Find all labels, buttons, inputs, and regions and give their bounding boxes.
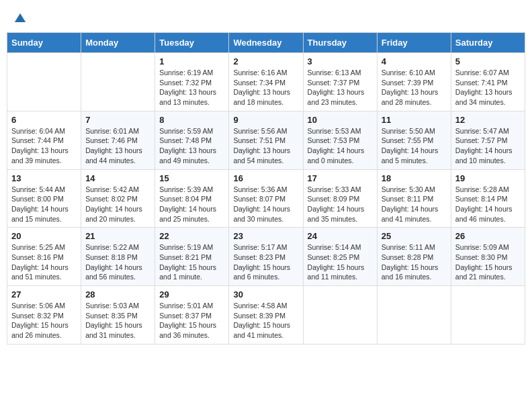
calendar-week-row: 13Sunrise: 5:44 AM Sunset: 8:00 PM Dayli… [7,169,525,228]
day-number: 7 [85,115,150,125]
day-number: 23 [233,231,298,241]
calendar-week-row: 20Sunrise: 5:25 AM Sunset: 8:16 PM Dayli… [7,228,525,286]
day-info: Sunrise: 6:01 AM Sunset: 7:46 PM Dayligh… [85,126,150,166]
day-info: Sunrise: 5:11 AM Sunset: 8:28 PM Dayligh… [382,242,447,282]
day-info: Sunrise: 5:03 AM Sunset: 8:35 PM Dayligh… [85,301,150,340]
day-info: Sunrise: 6:07 AM Sunset: 7:41 PM Dayligh… [455,68,521,107]
calendar-cell: 12Sunrise: 5:47 AM Sunset: 7:57 PM Dayli… [451,111,525,169]
calendar-cell: 18Sunrise: 5:30 AM Sunset: 8:11 PM Dayli… [377,169,451,228]
calendar-table: SundayMondayTuesdayWednesdayThursdayFrid… [7,32,525,345]
day-info: Sunrise: 5:47 AM Sunset: 7:57 PM Dayligh… [455,126,521,166]
day-info: Sunrise: 5:28 AM Sunset: 8:14 PM Dayligh… [455,185,521,224]
day-info: Sunrise: 5:25 AM Sunset: 8:16 PM Dayligh… [11,242,77,282]
calendar-cell: 21Sunrise: 5:22 AM Sunset: 8:18 PM Dayli… [81,228,155,286]
calendar-cell: 6Sunrise: 6:04 AM Sunset: 7:44 PM Daylig… [7,111,81,169]
day-info: Sunrise: 5:39 AM Sunset: 8:04 PM Dayligh… [159,185,224,224]
day-number: 28 [85,289,150,300]
calendar-cell: 19Sunrise: 5:28 AM Sunset: 8:14 PM Dayli… [451,169,525,228]
day-number: 17 [308,173,373,183]
calendar-cell: 25Sunrise: 5:11 AM Sunset: 8:28 PM Dayli… [377,228,451,286]
day-number: 26 [455,231,521,241]
calendar-week-row: 27Sunrise: 5:06 AM Sunset: 8:32 PM Dayli… [7,286,525,345]
day-info: Sunrise: 6:13 AM Sunset: 7:37 PM Dayligh… [308,68,373,107]
calendar-cell: 1Sunrise: 6:19 AM Sunset: 7:32 PM Daylig… [155,53,229,111]
calendar-header-row: SundayMondayTuesdayWednesdayThursdayFrid… [7,33,525,53]
calendar-cell: 20Sunrise: 5:25 AM Sunset: 8:16 PM Dayli… [7,228,81,286]
day-number: 13 [11,173,77,183]
day-info: Sunrise: 5:06 AM Sunset: 8:32 PM Dayligh… [11,301,77,340]
day-number: 4 [382,56,447,66]
calendar-cell: 22Sunrise: 5:19 AM Sunset: 8:21 PM Dayli… [155,228,229,286]
calendar-cell [451,286,525,345]
calendar-week-row: 1Sunrise: 6:19 AM Sunset: 7:32 PM Daylig… [7,53,525,111]
day-info: Sunrise: 5:53 AM Sunset: 7:53 PM Dayligh… [308,126,373,166]
calendar-cell: 26Sunrise: 5:09 AM Sunset: 8:30 PM Dayli… [451,228,525,286]
day-info: Sunrise: 5:22 AM Sunset: 8:18 PM Dayligh… [85,242,150,282]
day-info: Sunrise: 5:14 AM Sunset: 8:25 PM Dayligh… [308,242,373,282]
day-number: 29 [159,289,224,300]
col-header-sunday: Sunday [7,33,81,53]
day-number: 27 [11,289,77,300]
calendar-week-row: 6Sunrise: 6:04 AM Sunset: 7:44 PM Daylig… [7,111,525,169]
calendar-cell: 10Sunrise: 5:53 AM Sunset: 7:53 PM Dayli… [303,111,377,169]
day-number: 5 [455,56,521,66]
day-number: 3 [308,56,373,66]
col-header-saturday: Saturday [451,33,525,53]
day-number: 11 [382,115,447,125]
day-number: 25 [382,231,447,241]
calendar-cell [303,286,377,345]
day-info: Sunrise: 5:59 AM Sunset: 7:48 PM Dayligh… [159,126,224,166]
day-info: Sunrise: 5:33 AM Sunset: 8:09 PM Dayligh… [308,185,373,224]
calendar-cell: 4Sunrise: 6:10 AM Sunset: 7:39 PM Daylig… [377,53,451,111]
calendar-cell: 14Sunrise: 5:42 AM Sunset: 8:02 PM Dayli… [81,169,155,228]
day-info: Sunrise: 5:19 AM Sunset: 8:21 PM Dayligh… [159,242,224,282]
day-info: Sunrise: 4:58 AM Sunset: 8:39 PM Dayligh… [233,301,298,340]
calendar-cell: 24Sunrise: 5:14 AM Sunset: 8:25 PM Dayli… [303,228,377,286]
day-number: 22 [159,231,224,241]
calendar-cell [377,286,451,345]
day-number: 15 [159,173,224,183]
calendar-cell [81,53,155,111]
day-number: 18 [382,173,447,183]
day-number: 19 [455,173,521,183]
day-number: 16 [233,173,298,183]
calendar-cell: 7Sunrise: 6:01 AM Sunset: 7:46 PM Daylig… [81,111,155,169]
calendar-cell: 30Sunrise: 4:58 AM Sunset: 8:39 PM Dayli… [229,286,303,345]
day-info: Sunrise: 5:50 AM Sunset: 7:55 PM Dayligh… [382,126,447,166]
logo [13,12,30,26]
day-number: 20 [11,231,77,241]
day-number: 12 [455,115,521,125]
calendar-cell: 16Sunrise: 5:36 AM Sunset: 8:07 PM Dayli… [229,169,303,228]
col-header-tuesday: Tuesday [155,33,229,53]
day-info: Sunrise: 5:01 AM Sunset: 8:37 PM Dayligh… [159,301,224,340]
day-info: Sunrise: 5:30 AM Sunset: 8:11 PM Dayligh… [382,185,447,224]
calendar-cell: 29Sunrise: 5:01 AM Sunset: 8:37 PM Dayli… [155,286,229,345]
day-number: 9 [233,115,298,125]
day-info: Sunrise: 5:36 AM Sunset: 8:07 PM Dayligh… [233,185,298,224]
calendar-cell: 27Sunrise: 5:06 AM Sunset: 8:32 PM Dayli… [7,286,81,345]
day-number: 8 [159,115,224,125]
day-info: Sunrise: 6:19 AM Sunset: 7:32 PM Dayligh… [159,68,224,107]
calendar-cell [7,53,81,111]
day-info: Sunrise: 5:44 AM Sunset: 8:00 PM Dayligh… [11,185,77,224]
day-info: Sunrise: 5:09 AM Sunset: 8:30 PM Dayligh… [455,242,521,282]
calendar-cell: 17Sunrise: 5:33 AM Sunset: 8:09 PM Dayli… [303,169,377,228]
day-number: 14 [85,173,150,183]
day-info: Sunrise: 6:10 AM Sunset: 7:39 PM Dayligh… [382,68,447,107]
day-info: Sunrise: 6:04 AM Sunset: 7:44 PM Dayligh… [11,126,77,166]
day-number: 1 [159,56,224,66]
day-info: Sunrise: 5:42 AM Sunset: 8:02 PM Dayligh… [85,185,150,224]
day-number: 30 [233,289,298,300]
calendar-cell: 2Sunrise: 6:16 AM Sunset: 7:34 PM Daylig… [229,53,303,111]
col-header-monday: Monday [81,33,155,53]
col-header-friday: Friday [377,33,451,53]
calendar-cell: 8Sunrise: 5:59 AM Sunset: 7:48 PM Daylig… [155,111,229,169]
day-number: 6 [11,115,77,125]
logo-icon [13,12,27,26]
day-info: Sunrise: 5:56 AM Sunset: 7:51 PM Dayligh… [233,126,298,166]
calendar-cell: 13Sunrise: 5:44 AM Sunset: 8:00 PM Dayli… [7,169,81,228]
day-number: 2 [233,56,298,66]
day-number: 10 [308,115,373,125]
calendar-cell: 3Sunrise: 6:13 AM Sunset: 7:37 PM Daylig… [303,53,377,111]
page-header [7,7,525,28]
